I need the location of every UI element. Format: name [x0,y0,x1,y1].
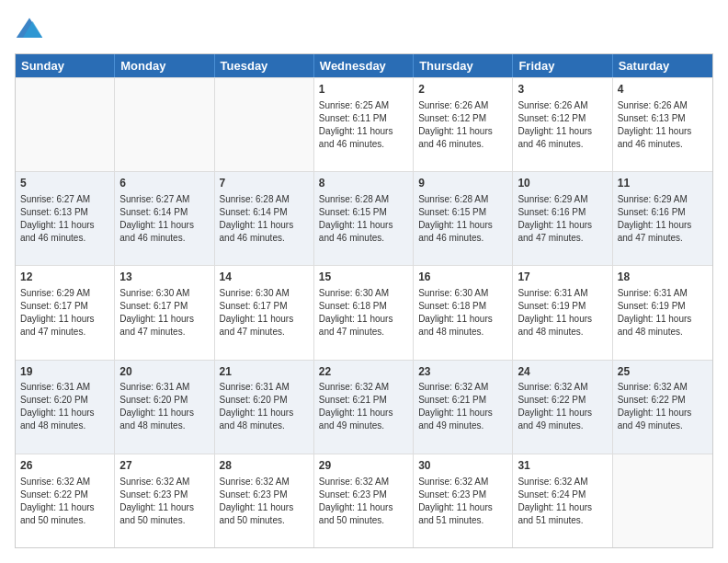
day-cell-16: 16Sunrise: 6:30 AM Sunset: 6:18 PM Dayli… [414,266,513,359]
day-number: 14 [220,270,309,285]
day-info: Sunrise: 6:31 AM Sunset: 6:20 PM Dayligh… [20,382,95,431]
empty-cell [16,78,115,171]
day-info: Sunrise: 6:32 AM Sunset: 6:22 PM Dayligh… [518,382,592,431]
day-cell-23: 23Sunrise: 6:32 AM Sunset: 6:21 PM Dayli… [414,361,513,454]
day-number: 31 [518,458,607,474]
day-info: Sunrise: 6:32 AM Sunset: 6:21 PM Dayligh… [418,382,493,431]
page: SundayMondayTuesdayWednesdayThursdayFrid… [0,0,728,563]
day-number: 29 [319,458,408,474]
day-cell-31: 31Sunrise: 6:32 AM Sunset: 6:24 PM Dayli… [513,454,612,547]
day-info: Sunrise: 6:32 AM Sunset: 6:24 PM Dayligh… [518,477,592,525]
calendar: SundayMondayTuesdayWednesdayThursdayFrid… [15,53,713,548]
day-info: Sunrise: 6:28 AM Sunset: 6:15 PM Dayligh… [418,194,493,243]
day-number: 27 [119,458,209,474]
day-cell-30: 30Sunrise: 6:32 AM Sunset: 6:23 PM Dayli… [414,454,513,547]
day-cell-2: 2Sunrise: 6:26 AM Sunset: 6:12 PM Daylig… [414,78,513,171]
day-cell-5: 5Sunrise: 6:27 AM Sunset: 6:13 PM Daylig… [16,172,115,265]
day-number: 24 [518,364,607,380]
day-number: 4 [618,82,708,98]
day-cell-20: 20Sunrise: 6:31 AM Sunset: 6:20 PM Dayli… [115,361,214,454]
day-cell-9: 9Sunrise: 6:28 AM Sunset: 6:15 PM Daylig… [414,172,513,265]
day-number: 19 [20,364,109,380]
day-info: Sunrise: 6:32 AM Sunset: 6:23 PM Dayligh… [119,477,194,525]
day-number: 2 [418,82,507,98]
day-info: Sunrise: 6:27 AM Sunset: 6:13 PM Dayligh… [20,194,95,243]
day-number: 13 [119,270,209,285]
day-number: 28 [220,458,309,474]
day-info: Sunrise: 6:30 AM Sunset: 6:18 PM Dayligh… [418,288,493,337]
week-row-4: 19Sunrise: 6:31 AM Sunset: 6:20 PM Dayli… [16,360,712,454]
empty-cell [613,454,712,547]
day-number: 7 [220,176,309,191]
day-info: Sunrise: 6:30 AM Sunset: 6:17 PM Dayligh… [220,288,294,337]
week-row-5: 26Sunrise: 6:32 AM Sunset: 6:22 PM Dayli… [16,454,712,547]
day-number: 18 [618,270,708,285]
day-info: Sunrise: 6:32 AM Sunset: 6:23 PM Dayligh… [418,477,493,525]
header [15,15,713,44]
day-info: Sunrise: 6:31 AM Sunset: 6:19 PM Dayligh… [518,288,592,337]
day-info: Sunrise: 6:29 AM Sunset: 6:17 PM Dayligh… [20,288,95,337]
day-number: 1 [319,82,408,98]
day-number: 22 [319,364,408,380]
day-number: 8 [319,176,408,191]
week-row-3: 12Sunrise: 6:29 AM Sunset: 6:17 PM Dayli… [16,265,712,359]
logo-icon [15,15,44,44]
day-number: 9 [418,176,507,191]
day-number: 20 [119,364,209,380]
logo [15,15,48,44]
header-day-saturday: Saturday [613,54,712,77]
day-cell-12: 12Sunrise: 6:29 AM Sunset: 6:17 PM Dayli… [16,266,115,359]
day-cell-28: 28Sunrise: 6:32 AM Sunset: 6:23 PM Dayli… [215,454,314,547]
empty-cell [115,78,214,171]
day-info: Sunrise: 6:31 AM Sunset: 6:20 PM Dayligh… [220,382,294,431]
day-cell-7: 7Sunrise: 6:28 AM Sunset: 6:14 PM Daylig… [215,172,314,265]
calendar-body: 1Sunrise: 6:25 AM Sunset: 6:11 PM Daylig… [16,77,712,547]
day-cell-4: 4Sunrise: 6:26 AM Sunset: 6:13 PM Daylig… [613,78,712,171]
day-info: Sunrise: 6:27 AM Sunset: 6:14 PM Dayligh… [119,194,194,243]
day-number: 6 [119,176,209,191]
calendar-header: SundayMondayTuesdayWednesdayThursdayFrid… [16,54,712,77]
day-number: 11 [618,176,708,191]
day-number: 15 [319,270,408,285]
day-cell-1: 1Sunrise: 6:25 AM Sunset: 6:11 PM Daylig… [314,78,414,171]
day-cell-19: 19Sunrise: 6:31 AM Sunset: 6:20 PM Dayli… [16,361,115,454]
header-day-sunday: Sunday [16,54,115,77]
day-info: Sunrise: 6:26 AM Sunset: 6:12 PM Dayligh… [518,100,592,149]
header-day-wednesday: Wednesday [314,54,414,77]
day-info: Sunrise: 6:28 AM Sunset: 6:15 PM Dayligh… [319,194,393,243]
day-cell-15: 15Sunrise: 6:30 AM Sunset: 6:18 PM Dayli… [314,266,414,359]
day-cell-17: 17Sunrise: 6:31 AM Sunset: 6:19 PM Dayli… [513,266,612,359]
day-number: 21 [220,364,309,380]
day-number: 16 [418,270,507,285]
day-cell-26: 26Sunrise: 6:32 AM Sunset: 6:22 PM Dayli… [16,454,115,547]
day-info: Sunrise: 6:28 AM Sunset: 6:14 PM Dayligh… [220,194,294,243]
day-cell-22: 22Sunrise: 6:32 AM Sunset: 6:21 PM Dayli… [314,361,414,454]
empty-cell [215,78,314,171]
day-cell-21: 21Sunrise: 6:31 AM Sunset: 6:20 PM Dayli… [215,361,314,454]
day-cell-6: 6Sunrise: 6:27 AM Sunset: 6:14 PM Daylig… [115,172,214,265]
header-day-friday: Friday [513,54,612,77]
day-number: 5 [20,176,109,191]
day-cell-24: 24Sunrise: 6:32 AM Sunset: 6:22 PM Dayli… [513,361,612,454]
header-day-thursday: Thursday [414,54,513,77]
day-cell-8: 8Sunrise: 6:28 AM Sunset: 6:15 PM Daylig… [314,172,414,265]
day-info: Sunrise: 6:25 AM Sunset: 6:11 PM Dayligh… [319,100,393,149]
day-info: Sunrise: 6:30 AM Sunset: 6:18 PM Dayligh… [319,288,393,337]
day-cell-14: 14Sunrise: 6:30 AM Sunset: 6:17 PM Dayli… [215,266,314,359]
day-cell-18: 18Sunrise: 6:31 AM Sunset: 6:19 PM Dayli… [613,266,712,359]
day-info: Sunrise: 6:30 AM Sunset: 6:17 PM Dayligh… [119,288,194,337]
day-number: 3 [518,82,607,98]
header-day-monday: Monday [115,54,214,77]
day-info: Sunrise: 6:29 AM Sunset: 6:16 PM Dayligh… [518,194,592,243]
header-day-tuesday: Tuesday [215,54,314,77]
day-info: Sunrise: 6:26 AM Sunset: 6:12 PM Dayligh… [418,100,493,149]
day-info: Sunrise: 6:32 AM Sunset: 6:23 PM Dayligh… [319,477,393,525]
day-number: 25 [618,364,708,380]
day-info: Sunrise: 6:26 AM Sunset: 6:13 PM Dayligh… [618,100,692,149]
day-number: 23 [418,364,507,380]
day-number: 17 [518,270,607,285]
day-cell-11: 11Sunrise: 6:29 AM Sunset: 6:16 PM Dayli… [613,172,712,265]
day-cell-3: 3Sunrise: 6:26 AM Sunset: 6:12 PM Daylig… [513,78,612,171]
day-info: Sunrise: 6:32 AM Sunset: 6:21 PM Dayligh… [319,382,393,431]
day-number: 30 [418,458,507,474]
